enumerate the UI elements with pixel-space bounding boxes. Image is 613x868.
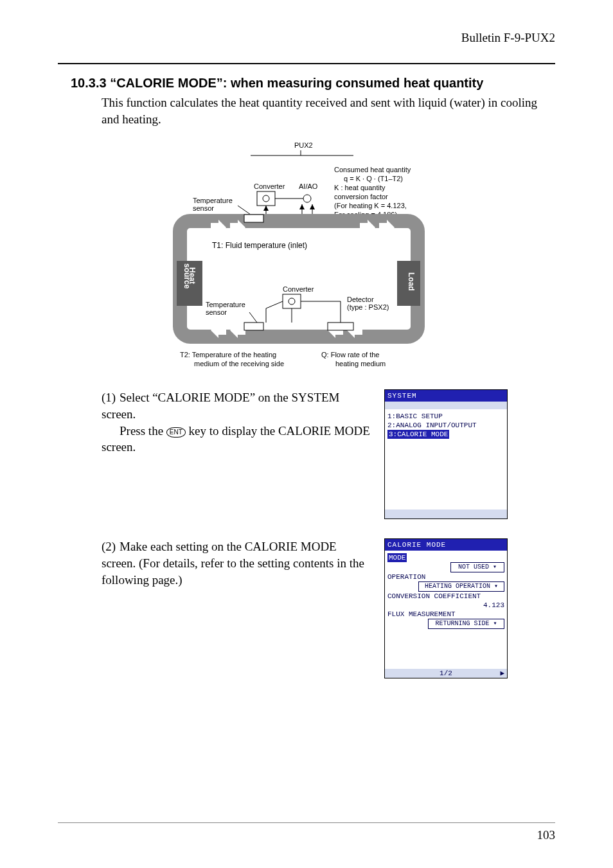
step-1-pre: Press the	[120, 424, 166, 438]
svg-rect-31	[283, 294, 301, 308]
section-intro: This function calculates the heat quanti…	[102, 94, 555, 127]
lcd2-title: CALORIE MODE	[385, 539, 507, 551]
lcd-system-screen: SYSTEM 1:BASIC SETUP 2:ANALOG INPUT/OUTP…	[384, 389, 508, 519]
svg-rect-45	[244, 215, 263, 222]
svg-point-10	[303, 195, 311, 202]
converter-top-label: Converter	[254, 182, 285, 190]
lcd-calorie-screen: CALORIE MODE MODE NOT USED ▾ OPERATION H…	[384, 538, 508, 678]
step-2-num: (2)	[102, 538, 120, 555]
converter-bottom-label: Converter	[283, 285, 314, 293]
step-1: (1)Select “CALORIE MODE” on the SYSTEM s…	[102, 389, 555, 519]
pux2-label: PUX2	[294, 141, 313, 149]
svg-marker-15	[299, 204, 305, 209]
lcd2-flux-label: FLUX MEASUREMENT	[387, 610, 504, 619]
svg-text:q = K · Q · (T1–T2): q = K · Q · (T1–T2)	[344, 175, 403, 182]
lcd1-item-2[interactable]: 2:ANALOG INPUT/OUTPUT	[387, 421, 504, 430]
lcd1-body: 1:BASIC SETUP 2:ANALOG INPUT/OUTPUT 3:CA…	[385, 409, 507, 509]
lcd2-footer: 1/2 ▶	[385, 669, 507, 678]
svg-text:source: source	[182, 263, 191, 289]
consumed-heat-block: Consumed heat quantity q = K · Q · (T1–T…	[334, 166, 411, 218]
lcd2-page: 1/2	[440, 669, 452, 677]
lcd2-operation-label: OPERATION	[387, 572, 504, 581]
step-2: (2)Make each setting on the CALORIE MODE…	[102, 538, 555, 678]
section-title: “CALORIE MODE”: when measuring consumed …	[110, 76, 483, 90]
lcd2-flux-value[interactable]: RETURNING SIDE ▾	[428, 619, 504, 629]
svg-text:Consumed heat quantity: Consumed heat quantity	[334, 166, 411, 173]
svg-text:K : heat quantity: K : heat quantity	[334, 184, 386, 191]
load-label: Load	[407, 272, 416, 291]
svg-marker-13	[263, 206, 269, 211]
temp-sensor-top-label: Temperature sensor	[193, 197, 235, 212]
t1-label: T1: Fluid temperature (inlet)	[212, 241, 307, 250]
svg-line-18	[238, 206, 251, 215]
detector-label: Detector (type : PSX2)	[347, 296, 389, 311]
svg-text:T2:  Temperature of the heatin: T2: Temperature of the heating	[180, 351, 276, 359]
rule-top	[58, 63, 555, 64]
next-page-icon[interactable]: ▶	[500, 669, 504, 678]
step-2-text: (2)Make each setting on the CALORIE MODE…	[102, 538, 384, 588]
diagram-svg: PUX2 Consumed heat quantity q = K · Q · …	[154, 139, 488, 376]
lcd1-title: SYSTEM	[385, 390, 507, 402]
page: Bulletin F-9-PUX2 10.3.3 “CALORIE MODE”:…	[0, 0, 613, 868]
section-heading: 10.3.3 “CALORIE MODE”: when measuring co…	[71, 76, 555, 91]
svg-line-40	[249, 312, 257, 323]
aiao-label: AI/AO	[299, 182, 318, 190]
page-number: 103	[537, 828, 556, 842]
rule-bottom	[58, 822, 555, 823]
lcd2-mode-value[interactable]: NOT USED ▾	[450, 562, 504, 572]
svg-text:heating medium: heating medium	[335, 360, 386, 368]
svg-rect-39	[244, 323, 263, 330]
svg-rect-35	[328, 323, 353, 330]
lcd2-body: MODE NOT USED ▾ OPERATION HEATING OPERAT…	[385, 551, 507, 669]
ent-key-icon: ENT	[166, 427, 186, 438]
calorie-diagram: PUX2 Consumed heat quantity q = K · Q · …	[154, 139, 555, 376]
section-number: 10.3.3	[71, 76, 107, 90]
lcd2-operation-value[interactable]: HEATING OPERATION ▾	[418, 581, 504, 592]
lcd1-item-1[interactable]: 1:BASIC SETUP	[387, 412, 504, 421]
step-1-line1: Select “CALORIE MODE” on the SYSTEM scre…	[102, 391, 339, 421]
step-1-num: (1)	[102, 389, 120, 406]
lcd1-subbar	[385, 402, 507, 409]
lcd2-conv-value[interactable]: 4.123	[387, 601, 504, 610]
svg-marker-17	[310, 204, 315, 209]
svg-rect-19	[180, 221, 418, 337]
svg-rect-8	[257, 191, 275, 206]
step-2-line: Make each setting on the CALORIE MODE sc…	[102, 540, 364, 586]
lcd1-item-3[interactable]: 3:CALORIE MODE	[387, 430, 504, 439]
lcd2-mode-label[interactable]: MODE	[387, 553, 407, 562]
temp-sensor-bottom-label: Temperature sensor	[206, 301, 247, 316]
lcd1-footer	[385, 509, 507, 518]
svg-text:Q:  Flow rate of the: Q: Flow rate of the	[321, 351, 379, 359]
bottom-captions: T2: Temperature of the heating medium of…	[180, 351, 386, 368]
svg-line-38	[266, 301, 283, 308]
step-1-text: (1)Select “CALORIE MODE” on the SYSTEM s…	[102, 389, 384, 456]
svg-text:(For heating K = 4.123,: (For heating K = 4.123,	[334, 202, 407, 209]
bulletin-header: Bulletin F-9-PUX2	[461, 31, 555, 45]
lcd2-conv-label: CONVERSION COEFFICIENT	[387, 592, 504, 601]
svg-text:conversion factor: conversion factor	[334, 193, 388, 200]
svg-text:medium of the receiving side: medium of the receiving side	[194, 360, 284, 368]
